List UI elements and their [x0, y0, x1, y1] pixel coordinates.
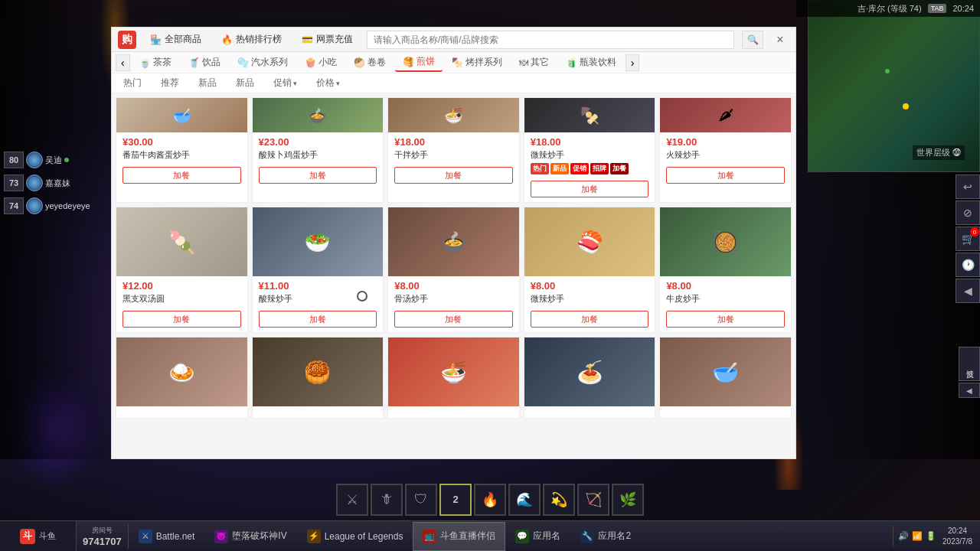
player-list: 80 吴迪 73 嘉嘉妹 74 yeyedeyeye	[0, 149, 111, 218]
side-control-btn[interactable]: 🛒 0	[956, 227, 980, 251]
tray-icon-1[interactable]: 🔊	[897, 530, 910, 543]
search-input[interactable]	[367, 31, 734, 49]
add-to-cart-button[interactable]: 加餐	[122, 311, 241, 328]
ability-btn-7[interactable]: 💫	[543, 484, 575, 516]
product-info	[660, 406, 791, 418]
tray-icon-3[interactable]: 🔋	[925, 530, 937, 543]
taskbar-start[interactable]: 斗 斗鱼	[0, 521, 77, 552]
ability-btn-5[interactable]: 🔥	[474, 484, 506, 516]
filter-recommend[interactable]: 推荐	[157, 75, 183, 91]
product-card[interactable]: 🍝	[524, 337, 656, 419]
chevron-down-icon: ▾	[293, 80, 297, 87]
product-info	[388, 406, 519, 418]
tray-icon-2[interactable]: 📶	[911, 530, 923, 543]
side-control-btn[interactable]: ◀	[956, 279, 980, 303]
others-icon: 🍽	[519, 57, 528, 68]
add-to-cart-button[interactable]: 加餐	[666, 167, 785, 184]
filter-hot[interactable]: 热门	[119, 75, 145, 91]
player-info: 吉·库尔 (等级 74)	[858, 3, 922, 15]
add-to-cart-button[interactable]: 加餐	[394, 167, 513, 184]
ability-btn-4[interactable]: 2	[439, 484, 472, 516]
ability-btn-6[interactable]: 🌊	[508, 484, 541, 516]
product-image: 🍡	[116, 207, 247, 276]
product-name: 酸辣炒手	[259, 293, 377, 305]
filter-new[interactable]: 新品	[194, 75, 220, 91]
filter-promo[interactable]: 促销 ▾	[270, 75, 301, 91]
product-card[interactable]: 🍡 ¥12.00 黑支双汤圆 加餐	[116, 207, 248, 333]
taskbar-apps: ⚔ Battle.net 👿 堕落破坏神IV ⚡ League of Legen…	[129, 521, 893, 552]
player-level-1: 80	[4, 152, 24, 168]
player-level-3: 74	[4, 197, 24, 214]
cat-tab-tea[interactable]: 🍵 茶茶	[132, 54, 179, 71]
nav-hot-ranking[interactable]: 🔥 热销排行榜	[215, 30, 288, 49]
feedback-btn[interactable]: 反馈	[959, 347, 980, 381]
product-card[interactable]: 🥣	[659, 337, 792, 419]
cat-next-arrow[interactable]: ›	[626, 54, 640, 71]
ability-btn-8[interactable]: 🏹	[577, 484, 609, 516]
taskbar-app-battlenet[interactable]: ⚔ Battle.net	[129, 522, 205, 551]
add-to-cart-button[interactable]: 加餐	[259, 311, 377, 328]
add-to-cart-button[interactable]: 加餐	[259, 167, 377, 184]
product-name: 微辣炒手	[531, 293, 649, 305]
product-card[interactable]: 🌶 ¥19.00 火辣炒手 加餐	[659, 97, 792, 203]
collapse-btn[interactable]: ◀	[959, 383, 980, 398]
product-card[interactable]: 🍛	[116, 337, 248, 419]
side-control-btn[interactable]: ↩	[956, 174, 980, 199]
left-game-panel: 80 吴迪 73 嘉嘉妹 74 yeyedeyeye	[0, 0, 115, 459]
side-control-btn[interactable]: ⊘	[956, 201, 980, 225]
add-to-cart-button[interactable]: 加餐	[394, 311, 513, 328]
product-card[interactable]: 🥘 ¥8.00 牛皮炒手 加餐	[659, 207, 792, 333]
cart-badge: 0	[970, 227, 979, 236]
product-card[interactable]: 🍲 ¥8.00 骨汤炒手 加餐	[387, 207, 520, 333]
ability-btn-3[interactable]: 🛡	[405, 484, 437, 516]
cat-tab-grilled[interactable]: 🍢 烤拌系列	[444, 54, 510, 71]
cat-tab-bottled[interactable]: 🧃 瓶装饮料	[558, 54, 624, 71]
filter-new2[interactable]: 新品	[232, 75, 258, 91]
cat-tab-rolls[interactable]: 🥙 卷卷	[346, 54, 394, 71]
product-card[interactable]: 🍲 ¥23.00 酸辣卜鸡蛋炒手 加餐	[252, 97, 384, 203]
product-info: ¥11.00 酸辣炒手	[253, 276, 384, 311]
product-card[interactable]: 🥣 ¥30.00 番茄牛肉酱蛋炒手 加餐	[116, 97, 248, 203]
tag-hot: 热门	[531, 163, 549, 174]
category-tabs: ‹ 🍵 茶茶 🥤 饮品 🫧 汽水系列 🍿 小吃 🥙 卷卷 🥞 煎饼 🍢 烤拌系列	[112, 52, 795, 73]
rolls-icon: 🥙	[354, 57, 365, 68]
nav-all-products[interactable]: 🏪 全部商品	[144, 30, 207, 49]
taskbar-app-lol[interactable]: ⚡ League of Legends	[297, 522, 413, 551]
product-card[interactable]: 🍣 ¥8.00 微辣炒手 加餐	[524, 207, 656, 333]
add-to-cart-button[interactable]: 加餐	[666, 311, 785, 328]
cat-tab-others[interactable]: 🍽 其它	[511, 54, 557, 71]
taskbar-right: 🔊 📶 🔋 20:24 2023/7/8	[893, 526, 980, 547]
taskbar-app-diablo[interactable]: 👿 堕落破坏神IV	[204, 522, 296, 551]
taskbar-app-douyu[interactable]: 📺 斗鱼直播伴侣	[413, 522, 505, 551]
snack-icon: 🍿	[305, 57, 316, 68]
ability-btn-2[interactable]: 🗡	[371, 484, 403, 516]
grid-row-3: 🍛 🥮 🍜 🍝	[116, 337, 792, 419]
search-button[interactable]: 🔍	[742, 31, 763, 49]
product-card[interactable]: 🍜	[387, 337, 520, 419]
product-card[interactable]: 🍢 ¥18.00 微辣炒手 热门 新品 促销 招牌 加餐 加餐	[524, 97, 656, 203]
cat-tab-soda[interactable]: 🫧 汽水系列	[230, 54, 296, 71]
product-card[interactable]: 🍜 ¥18.00 干拌炒手 加餐	[387, 97, 520, 203]
product-card[interactable]: 🥗 ¥11.00 酸辣炒手 加餐	[252, 207, 384, 333]
ability-btn-9[interactable]: 🌿	[612, 484, 644, 516]
add-to-cart-button[interactable]: 加餐	[122, 167, 241, 184]
nav-recharge[interactable]: 💳 网票充值	[296, 30, 359, 49]
side-control-btn[interactable]: 🕐	[956, 253, 980, 277]
product-image: 🥮	[253, 337, 384, 406]
ability-btn-1[interactable]: ⚔	[336, 484, 368, 516]
grid-row-2: 🍡 ¥12.00 黑支双汤圆 加餐 🥗 ¥11.00 酸辣炒手 加餐 🍲	[116, 207, 792, 333]
cat-prev-arrow[interactable]: ‹	[116, 54, 130, 71]
product-price: ¥30.00	[122, 136, 241, 148]
taskbar-app-im[interactable]: 💬 应用名	[505, 522, 570, 551]
cat-tab-snacks[interactable]: 🍿 小吃	[297, 54, 345, 71]
cat-tab-jianbing[interactable]: 🥞 煎饼	[395, 53, 443, 72]
filter-price[interactable]: 价格 ▾	[312, 75, 344, 91]
add-to-cart-button[interactable]: 加餐	[531, 311, 649, 328]
taskbar-app-other[interactable]: 🔧 应用名2	[570, 522, 641, 551]
product-info: ¥8.00 牛皮炒手	[660, 276, 791, 311]
close-button[interactable]: ×	[771, 31, 789, 49]
cat-tab-drinks[interactable]: 🥤 饮品	[181, 54, 228, 71]
product-card[interactable]: 🥮	[252, 337, 384, 419]
add-to-cart-button[interactable]: 加餐	[531, 181, 649, 197]
taskbar-start-label: 斗鱼	[39, 530, 56, 542]
